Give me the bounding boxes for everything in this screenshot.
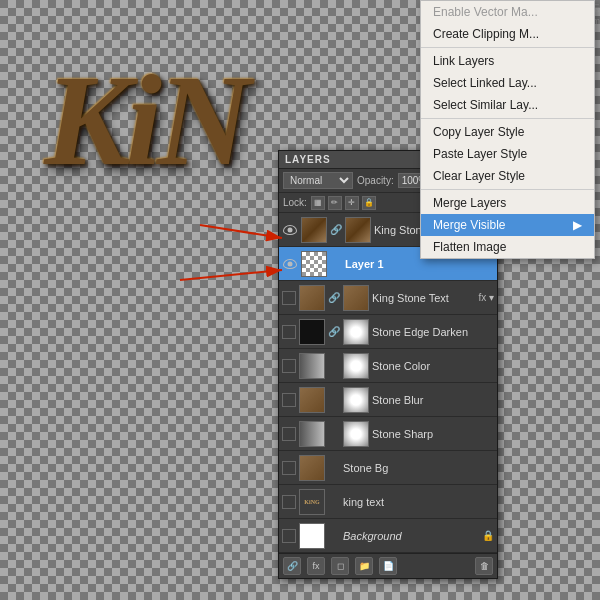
lock-move-icon[interactable]: ✛ [345, 196, 359, 210]
thumb-8: KiNG [299, 489, 325, 515]
eye-icon-0 [283, 225, 297, 235]
layer-row-2[interactable]: 🔗 King Stone Text fx ▾ [279, 281, 497, 315]
link-icon-7 [328, 460, 340, 476]
layer-row-4[interactable]: Stone Color [279, 349, 497, 383]
visibility-0[interactable] [282, 222, 298, 238]
checkbox-6[interactable] [282, 427, 296, 441]
opacity-label: Opacity: [357, 175, 394, 186]
menu-sep-3 [421, 189, 594, 190]
checkbox-7[interactable] [282, 461, 296, 475]
link-icon-8 [328, 494, 340, 510]
thumb-6 [299, 421, 325, 447]
menu-item-flatten-image[interactable]: Flatten Image [421, 236, 594, 258]
lock-icons: ▦ ✏ ✛ 🔒 [311, 196, 376, 210]
menu-item-clear-style[interactable]: Clear Layer Style [421, 165, 594, 187]
new-layer-button[interactable]: 📄 [379, 557, 397, 575]
layer-name-1: Layer 1 [345, 258, 494, 270]
lock-label: Lock: [283, 197, 307, 208]
link-icon-9 [328, 528, 340, 544]
checkbox-3[interactable] [282, 325, 296, 339]
checkbox-2[interactable] [282, 291, 296, 305]
layer-name-2: King Stone Text [372, 292, 473, 304]
thumb-4 [299, 353, 325, 379]
layer-name-6: Stone Sharp [372, 428, 494, 440]
thumb-0 [301, 217, 327, 243]
eye-icon-1 [283, 259, 297, 269]
layer-name-9: Background [343, 530, 479, 542]
layer-row-3[interactable]: 🔗 Stone Edge Darken [279, 315, 497, 349]
fx-badge-2: fx ▾ [478, 292, 494, 303]
link-icon-3: 🔗 [328, 324, 340, 340]
cursor-indicator: ▶ [573, 218, 582, 232]
link-icon-2: 🔗 [328, 290, 340, 306]
thumb-mask-0 [345, 217, 371, 243]
visibility-1[interactable] [282, 256, 298, 272]
lock-paint-icon[interactable]: ✏ [328, 196, 342, 210]
thumb-5 [299, 387, 325, 413]
menu-sep-1 [421, 47, 594, 48]
checkbox-8[interactable] [282, 495, 296, 509]
link-icon-6 [328, 426, 340, 442]
layer-name-5: Stone Blur [372, 394, 494, 406]
checkbox-5[interactable] [282, 393, 296, 407]
thumb-mask-2 [343, 285, 369, 311]
link-icon-0: 🔗 [330, 222, 342, 238]
delete-layer-button[interactable]: 🗑 [475, 557, 493, 575]
link-icon-4 [328, 358, 340, 374]
layers-footer: 🔗 fx ◻ 📁 📄 🗑 [279, 553, 497, 578]
thumb-9 [299, 523, 325, 549]
add-style-button[interactable]: fx [307, 557, 325, 575]
thumb-3 [299, 319, 325, 345]
thumb-2 [299, 285, 325, 311]
layer-row-7[interactable]: Stone Bg [279, 451, 497, 485]
add-mask-button[interactable]: ◻ [331, 557, 349, 575]
layer-row-9[interactable]: Background 🔒 [279, 519, 497, 553]
new-group-button[interactable]: 📁 [355, 557, 373, 575]
layers-title: LAYERS [285, 154, 331, 165]
menu-item-copy-style[interactable]: Copy Layer Style [421, 121, 594, 143]
thumb-mask-6 [343, 421, 369, 447]
thumb-1 [301, 251, 327, 277]
layer-name-4: Stone Color [372, 360, 494, 372]
thumb-mask-5 [343, 387, 369, 413]
context-menu: Enable Vector Ma... Create Clipping M...… [420, 0, 595, 259]
link-layers-button[interactable]: 🔗 [283, 557, 301, 575]
lock-indicator-9: 🔒 [482, 530, 494, 541]
menu-item-enable-vector[interactable]: Enable Vector Ma... [421, 1, 594, 23]
link-icon-1 [330, 256, 342, 272]
blend-mode-select[interactable]: Normal [283, 172, 353, 189]
stone-text-image: KiN [0, 20, 290, 220]
lock-all-icon[interactable]: 🔒 [362, 196, 376, 210]
menu-item-create-clipping[interactable]: Create Clipping M... [421, 23, 594, 45]
menu-item-link-layers[interactable]: Link Layers [421, 50, 594, 72]
thumb-mask-4 [343, 353, 369, 379]
menu-item-select-similar[interactable]: Select Similar Lay... [421, 94, 594, 116]
lock-transparent-icon[interactable]: ▦ [311, 196, 325, 210]
layer-name-7: Stone Bg [343, 462, 494, 474]
menu-item-paste-style[interactable]: Paste Layer Style [421, 143, 594, 165]
menu-item-select-linked[interactable]: Select Linked Lay... [421, 72, 594, 94]
layer-row-8[interactable]: KiNG king text [279, 485, 497, 519]
layer-name-8: king text [343, 496, 494, 508]
checkbox-9[interactable] [282, 529, 296, 543]
layer-row-6[interactable]: Stone Sharp [279, 417, 497, 451]
menu-sep-2 [421, 118, 594, 119]
thumb-mask-3 [343, 319, 369, 345]
menu-item-merge-visible[interactable]: Merge Visible ▶ [421, 214, 594, 236]
stone-letters: KiN [44, 45, 246, 195]
layer-row-5[interactable]: Stone Blur [279, 383, 497, 417]
menu-item-merge-layers[interactable]: Merge Layers [421, 192, 594, 214]
thumb-7 [299, 455, 325, 481]
checkbox-4[interactable] [282, 359, 296, 373]
link-icon-5 [328, 392, 340, 408]
layer-name-3: Stone Edge Darken [372, 326, 494, 338]
